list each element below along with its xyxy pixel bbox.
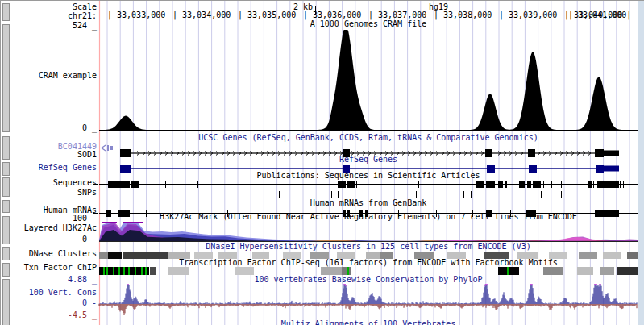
cram-max-value: 524 _ [73,22,97,30]
track-title-ucsc-genes: UCSC Genes (RefSeq, GenBank, CCDS, Rfam,… [99,134,638,142]
ruler-tick-label: | 33,039,000 [499,11,557,19]
track-drag-handle[interactable] [2,3,10,21]
sidebar-item-cram[interactable]: CRAM example [39,72,97,80]
track-title-h3k27ac: H3K27Ac Mark (Often Found Near Active Re… [99,213,638,221]
track-title-dnase: DNaseI Hypersensitivity Clusters in 125 … [99,243,638,251]
sidebar-item-dnase[interactable]: DNase Clusters [29,250,97,258]
track-title-mrna: Human mRNAs from GenBank [99,199,638,207]
sidebar-item-snps[interactable]: SNPs [77,189,97,197]
h3k27ac-max-value: 100 _ [73,215,97,223]
cons-zero-value: 0 - [82,299,97,307]
ruler-tick-label: | 33,034,000 [172,11,231,19]
cons-min-value: -4.5 _ [68,311,97,319]
sidebar-item-txn-factor[interactable]: Txn Factor ChIP [24,264,97,272]
track-title-publications: Publications: Sequences in Scientific Ar… [99,172,638,180]
track-title-cram: A 1000 Genomes CRAM file [99,20,638,28]
track-drag-handle[interactable] [2,136,10,160]
cram-min-value: 0 _ [82,124,97,132]
bc041449-arrow-icon[interactable] [102,145,113,151]
track-title-txn: Transcription Factor ChIP-seq (161 facto… [99,259,638,267]
ruler-tick-label: | 33,035,000 [238,11,296,19]
track-drag-handle[interactable] [2,177,10,197]
track-drag-handle[interactable] [2,263,10,277]
ruler-tick-label: | 33,037,000 [368,11,426,19]
sidebar-item-refseq[interactable]: RefSeq Genes [39,164,97,172]
track-drag-handle[interactable] [2,162,10,176]
genome-browser-window: Scale chr21: 2 kb hg19 | 33,033,000| 33,… [0,0,644,325]
ruler-tick-label: | 33,036,000 [303,11,361,19]
h3k27ac-min-value: 0 _ [82,235,97,244]
track-drag-handle[interactable] [2,24,10,132]
sidebar-item-cons[interactable]: 100 Vert. Cons [29,289,97,297]
ruler-tick-label: | 33,038,000 [434,11,492,19]
sequences-track[interactable] [93,181,638,188]
track-drag-handle[interactable] [2,216,10,244]
scale-label: Scale [73,3,97,11]
sidebar-item-sod1[interactable]: SOD1 [77,151,97,159]
track-title-conservation: 100 vertebrates Basewise Conservation by… [99,276,638,284]
track-drag-handle[interactable] [2,200,10,213]
window-right-gutter [638,1,644,325]
cons-max-value: 4.88 _ [68,276,97,284]
snps-track[interactable] [177,191,575,198]
track-title-refseq: RefSeq Genes [99,156,638,164]
track-title-multiz: Multiz Alignments of 100 Vertebrates [99,320,638,325]
track-drag-handle[interactable] [2,279,10,325]
sidebar-item-sequences[interactable]: Sequences [53,179,97,187]
track-drag-handle[interactable] [2,247,10,260]
chrom-label: chr21: [68,12,97,20]
sidebar-item-h3k27ac[interactable]: Layered H3K27Ac [24,224,97,232]
ruler-tick-label: | 33,041,000| [568,11,631,19]
ruler-tick-label: | 33,033,000 [107,11,165,19]
